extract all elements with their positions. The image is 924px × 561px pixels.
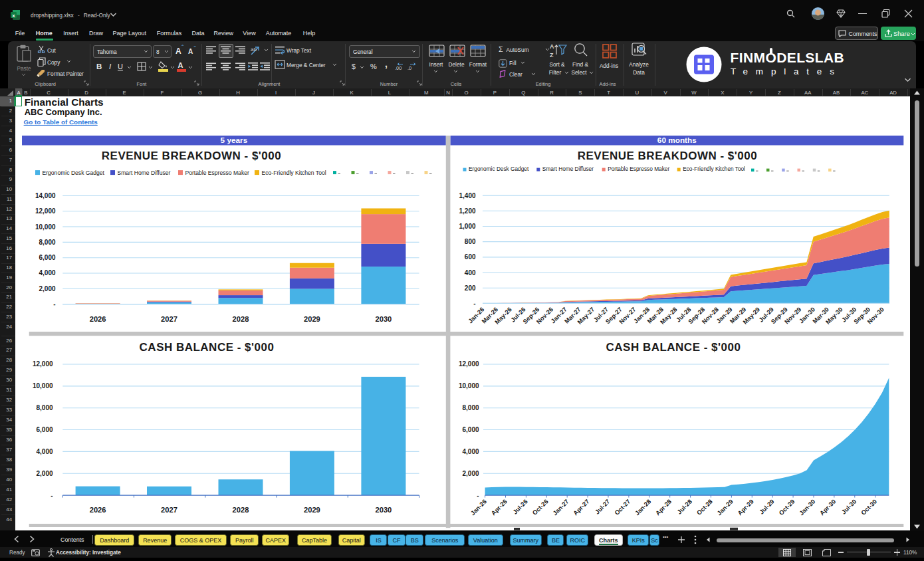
svg-text:10,000: 10,000 <box>33 382 53 390</box>
svg-text:2030: 2030 <box>375 314 392 322</box>
svg-text:2,000: 2,000 <box>39 285 56 292</box>
svg-text:2026: 2026 <box>90 314 106 322</box>
svg-text:.0: .0 <box>407 65 411 71</box>
svg-text:12,000: 12,000 <box>459 360 479 368</box>
svg-text:6,000: 6,000 <box>39 254 56 261</box>
svg-text:Z: Z <box>550 52 554 58</box>
svg-text:-: - <box>53 300 55 308</box>
svg-text:Jul-28: Jul-28 <box>676 498 693 515</box>
svg-text:REVENUE BREAKDOWN - $'000: REVENUE BREAKDOWN - $'000 <box>102 149 281 162</box>
svg-text:-: - <box>51 491 53 499</box>
svg-text:Eco-Friendly Kitchen Tool: Eco-Friendly Kitchen Tool <box>683 166 745 172</box>
svg-text:4,000: 4,000 <box>462 448 479 455</box>
svg-text:2,000: 2,000 <box>37 470 53 477</box>
svg-text:Oct-26: Oct-26 <box>531 498 549 516</box>
svg-text:6,000: 6,000 <box>37 426 53 433</box>
svg-text:x: x <box>12 13 15 19</box>
svg-text:2028: 2028 <box>233 506 249 514</box>
svg-text:Eco-Friendly Kitchen Tool: Eco-Friendly Kitchen Tool <box>262 169 326 175</box>
svg-text:Ergonomic Desk Gadget: Ergonomic Desk Gadget <box>43 169 105 175</box>
svg-text:-: - <box>477 491 479 499</box>
svg-text:800: 800 <box>465 238 476 245</box>
svg-text:.00: .00 <box>395 65 402 71</box>
svg-text:Jan-29: Jan-29 <box>716 498 735 516</box>
svg-text:Oct-27: Oct-27 <box>614 498 632 516</box>
svg-text:60 months: 60 months <box>657 136 697 144</box>
svg-text:CASH BALANCE - $'000: CASH BALANCE - $'000 <box>606 340 741 353</box>
svg-text:4,000: 4,000 <box>37 448 53 455</box>
svg-text:600: 600 <box>465 253 476 261</box>
svg-text:10,000: 10,000 <box>35 223 56 230</box>
svg-text:2027: 2027 <box>161 314 177 322</box>
svg-text:12,000: 12,000 <box>33 360 53 368</box>
svg-text:8,000: 8,000 <box>37 404 53 411</box>
svg-text:2029: 2029 <box>304 314 320 322</box>
svg-text:Jan-30: Jan-30 <box>798 498 817 516</box>
svg-text:10,000: 10,000 <box>459 382 479 390</box>
svg-text:2027: 2027 <box>161 506 177 514</box>
svg-text:Jul-26: Jul-26 <box>512 498 529 515</box>
svg-text:Jul-30: Jul-30 <box>840 498 858 515</box>
svg-text:Smart Home Diffuser: Smart Home Diffuser <box>542 166 594 172</box>
svg-text:Jul-29: Jul-29 <box>758 498 776 515</box>
svg-text:2,000: 2,000 <box>462 470 479 477</box>
svg-text:CASH BALANCE - $'000: CASH BALANCE - $'000 <box>140 340 275 353</box>
svg-text:Apr-28: Apr-28 <box>654 498 673 516</box>
svg-text:400: 400 <box>465 269 476 276</box>
svg-text:8,000: 8,000 <box>39 239 56 246</box>
svg-text:Portable Espresso Maker: Portable Espresso Maker <box>185 169 249 175</box>
svg-text:-: - <box>473 300 475 307</box>
svg-text:2026: 2026 <box>90 506 106 514</box>
svg-text:Portable Espresso Maker: Portable Espresso Maker <box>608 166 669 172</box>
svg-text:Apr-27: Apr-27 <box>572 498 591 516</box>
svg-text:Apr-26: Apr-26 <box>490 498 509 516</box>
svg-text:12,000: 12,000 <box>35 207 56 215</box>
svg-text:A: A <box>550 43 554 50</box>
svg-text:ABC Company Inc.: ABC Company Inc. <box>25 107 102 117</box>
svg-text:1,400: 1,400 <box>459 191 475 199</box>
svg-text:200: 200 <box>465 284 476 292</box>
svg-text:8,000: 8,000 <box>462 404 479 411</box>
svg-text:Jan-26: Jan-26 <box>469 498 488 516</box>
svg-text:Financial Charts: Financial Charts <box>25 96 104 108</box>
svg-text:4,000: 4,000 <box>39 269 56 277</box>
svg-text:2030: 2030 <box>375 506 392 514</box>
svg-text:14,000: 14,000 <box>35 192 56 199</box>
svg-text:REVENUE BREAKDOWN - $'000: REVENUE BREAKDOWN - $'000 <box>578 149 757 162</box>
svg-text:5 years: 5 years <box>221 136 248 144</box>
svg-text:Jan-27: Jan-27 <box>552 498 570 516</box>
svg-text:2029: 2029 <box>304 506 320 514</box>
svg-text:Apr-29: Apr-29 <box>737 498 755 516</box>
svg-text:Jul-27: Jul-27 <box>594 498 611 515</box>
svg-text:6,000: 6,000 <box>462 426 479 433</box>
svg-text:2028: 2028 <box>233 314 249 322</box>
svg-text:ab: ab <box>251 47 257 53</box>
svg-text:Apr-30: Apr-30 <box>818 498 837 516</box>
svg-text:Oct-28: Oct-28 <box>695 498 713 516</box>
svg-text:1,200: 1,200 <box>459 207 475 215</box>
svg-text:Ergonomic Desk Gadget: Ergonomic Desk Gadget <box>469 166 529 172</box>
svg-text:Oct-29: Oct-29 <box>778 498 796 516</box>
svg-text:Smart Home Diffuser: Smart Home Diffuser <box>118 169 171 175</box>
svg-text:Jan-28: Jan-28 <box>634 498 652 516</box>
svg-text:Go to Table of Contents: Go to Table of Contents <box>24 118 98 126</box>
svg-text:Oct-30: Oct-30 <box>860 498 878 516</box>
svg-text:1,000: 1,000 <box>459 223 475 230</box>
